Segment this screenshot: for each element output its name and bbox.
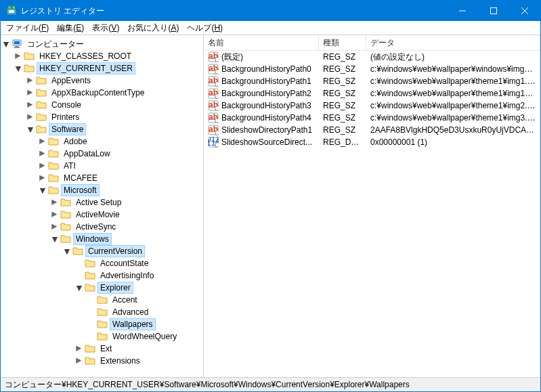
app-icon bbox=[6, 5, 17, 16]
value-name: BackgroundHistoryPath2 bbox=[221, 89, 311, 98]
value-name: BackgroundHistoryPath0 bbox=[221, 64, 311, 74]
binary-value-icon bbox=[208, 137, 219, 148]
tree-hkcr[interactable]: HKEY_CLASSES_ROOT bbox=[37, 50, 134, 62]
twisty-icon[interactable]: ⯈ bbox=[74, 345, 85, 353]
tree-node[interactable]: Extensions bbox=[98, 355, 143, 367]
value-type: REG_SZ bbox=[319, 51, 366, 62]
twisty-icon[interactable]: ⯈ bbox=[49, 223, 60, 231]
tree-explorer[interactable]: Explorer bbox=[98, 282, 133, 294]
tree-node[interactable]: AdvertisingInfo bbox=[98, 269, 156, 282]
value-row[interactable]: SlideshowDirectoryPath1REG_SZ2AAFA8BVlgk… bbox=[204, 124, 540, 136]
string-value-icon bbox=[208, 125, 219, 135]
tree-panel[interactable]: ⯆コンピューター ⯈HKEY_CLASSES_ROOT ⯆HKEY_CURREN… bbox=[1, 35, 204, 377]
twisty-icon[interactable]: ⯆ bbox=[74, 284, 85, 292]
tree-node[interactable]: AppXBackupContentType bbox=[49, 87, 147, 99]
svg-rect-15 bbox=[491, 8, 497, 14]
twisty-icon[interactable]: ⯈ bbox=[25, 89, 36, 97]
tree-node[interactable]: ActiveMovie bbox=[73, 209, 123, 221]
value-name: (既定) bbox=[221, 51, 243, 63]
value-type: REG_SZ bbox=[319, 112, 366, 123]
value-row[interactable]: BackgroundHistoryPath2REG_SZc:¥windows¥w… bbox=[204, 87, 540, 100]
twisty-icon[interactable]: ⯈ bbox=[37, 162, 48, 170]
menu-edit[interactable]: 編集(E) bbox=[53, 21, 88, 35]
twisty-icon[interactable]: ⯆ bbox=[1, 41, 12, 48]
twisty-icon[interactable]: ⯆ bbox=[13, 65, 24, 72]
twisty-icon[interactable]: ⯈ bbox=[37, 175, 48, 182]
tree-node[interactable]: ActiveSync bbox=[73, 221, 118, 233]
string-value-icon bbox=[208, 64, 219, 74]
tree-root[interactable]: コンピューター bbox=[24, 37, 87, 51]
close-button[interactable] bbox=[509, 1, 540, 21]
menu-view[interactable]: 表示(V) bbox=[88, 21, 123, 35]
folder-icon bbox=[24, 51, 35, 62]
tree-node[interactable]: Ext bbox=[98, 343, 114, 355]
folder-icon bbox=[60, 209, 71, 220]
value-type: REG_SZ bbox=[319, 125, 366, 135]
column-name[interactable]: 名前 bbox=[204, 35, 319, 50]
tree-currentversion[interactable]: CurrentVersion bbox=[85, 245, 145, 257]
folder-icon bbox=[36, 124, 47, 135]
value-type: REG_SZ bbox=[319, 100, 366, 111]
twisty-icon[interactable]: ⯈ bbox=[49, 211, 60, 219]
tree-software[interactable]: Software bbox=[49, 123, 86, 135]
value-data: c:¥windows¥web¥wallpaper¥theme1¥img13.jp… bbox=[366, 88, 540, 99]
value-type: REG_DW... bbox=[319, 137, 366, 148]
folder-icon bbox=[36, 112, 47, 123]
string-value-icon bbox=[208, 88, 219, 99]
folder-icon bbox=[48, 148, 59, 159]
twisty-icon[interactable]: ⯆ bbox=[49, 236, 60, 243]
twisty-icon[interactable]: ⯈ bbox=[13, 53, 24, 60]
tree-wallpapers[interactable]: Wallpapers bbox=[110, 318, 156, 330]
value-row[interactable]: BackgroundHistoryPath1REG_SZc:¥windows¥w… bbox=[204, 75, 540, 87]
statusbar: コンピューター¥HKEY_CURRENT_USER¥Software¥Micro… bbox=[1, 377, 540, 391]
folder-icon bbox=[48, 136, 59, 147]
tree-node[interactable]: Console bbox=[49, 99, 84, 111]
tree-node[interactable]: AppEvents bbox=[49, 74, 93, 87]
twisty-icon[interactable]: ⯈ bbox=[49, 199, 60, 206]
twisty-icon[interactable]: ⯆ bbox=[25, 126, 36, 133]
tree-node[interactable]: ATI bbox=[61, 160, 79, 172]
twisty-icon[interactable]: ⯈ bbox=[25, 77, 36, 85]
folder-icon bbox=[85, 355, 95, 366]
tree-node[interactable]: WordWheelQuery bbox=[110, 330, 179, 343]
menu-file[interactable]: ファイル(F) bbox=[2, 21, 53, 35]
tree-node[interactable]: Advanced bbox=[110, 306, 151, 318]
tree-node[interactable]: Adobe bbox=[61, 135, 90, 148]
column-type[interactable]: 種類 bbox=[319, 35, 366, 50]
twisty-icon[interactable]: ⯈ bbox=[25, 114, 36, 121]
value-data: c:¥windows¥web¥wallpaper¥theme1¥img2.jpg bbox=[366, 100, 540, 111]
twisty-icon[interactable]: ⯈ bbox=[37, 138, 48, 146]
folder-icon bbox=[85, 258, 95, 269]
tree-node[interactable]: MCAFEE bbox=[61, 172, 100, 184]
twisty-icon[interactable]: ⯈ bbox=[74, 357, 85, 365]
twisty-icon[interactable]: ⯆ bbox=[62, 248, 72, 255]
tree-node[interactable]: AccountState bbox=[98, 257, 151, 269]
folder-icon bbox=[97, 295, 108, 305]
tree-windows[interactable]: Windows bbox=[73, 233, 112, 245]
twisty-icon[interactable]: ⯈ bbox=[37, 150, 48, 158]
value-row[interactable]: BackgroundHistoryPath4REG_SZc:¥windows¥w… bbox=[204, 112, 540, 124]
value-row[interactable]: BackgroundHistoryPath3REG_SZc:¥windows¥w… bbox=[204, 100, 540, 112]
value-row[interactable]: (既定)REG_SZ(値の設定なし) bbox=[204, 51, 540, 63]
list-body[interactable]: (既定)REG_SZ(値の設定なし)BackgroundHistoryPath0… bbox=[204, 51, 540, 366]
menu-help[interactable]: ヘルプ(H) bbox=[183, 21, 227, 35]
maximize-button[interactable] bbox=[478, 1, 509, 21]
computer-icon bbox=[12, 39, 22, 49]
horizontal-scrollbar[interactable] bbox=[204, 366, 540, 377]
tree-node[interactable]: Printers bbox=[49, 111, 82, 123]
column-data[interactable]: データ bbox=[366, 35, 540, 50]
value-type: REG_SZ bbox=[319, 88, 366, 99]
twisty-icon[interactable]: ⯈ bbox=[25, 102, 36, 109]
tree-node[interactable]: AppDataLow bbox=[61, 148, 113, 160]
tree-node[interactable]: Accent bbox=[110, 294, 140, 306]
value-row[interactable]: SlideshowSourceDirect...REG_DW...0x00000… bbox=[204, 136, 540, 148]
twisty-icon[interactable]: ⯆ bbox=[37, 187, 48, 194]
folder-icon bbox=[60, 197, 71, 208]
tree-node[interactable]: Active Setup bbox=[73, 196, 124, 209]
menu-favorites[interactable]: お気に入り(A) bbox=[123, 21, 183, 35]
value-name: SlideshowDirectoryPath1 bbox=[221, 125, 312, 135]
tree-hkcu[interactable]: HKEY_CURRENT_USER bbox=[37, 62, 135, 74]
tree-microsoft[interactable]: Microsoft bbox=[61, 184, 100, 196]
value-row[interactable]: BackgroundHistoryPath0REG_SZc:¥windows¥w… bbox=[204, 63, 540, 75]
minimize-button[interactable] bbox=[447, 1, 478, 21]
